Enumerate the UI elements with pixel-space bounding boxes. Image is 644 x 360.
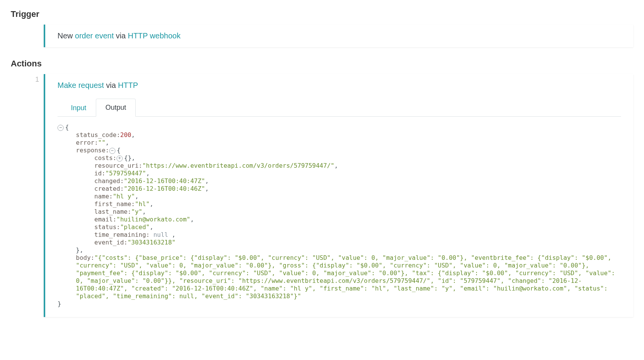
k-costs: costs: xyxy=(94,154,117,162)
trigger-prefix: New xyxy=(58,31,75,40)
output-json-block: −{ status_code:200,error:"",response:−{c… xyxy=(58,124,621,308)
section-title-trigger: Trigger xyxy=(11,9,633,19)
v-last-name: "y" xyxy=(131,208,142,215)
k-status: status: xyxy=(94,223,120,231)
v-body: "{"costs": {"base_price": {"display": "$… xyxy=(76,254,619,300)
k-error: error: xyxy=(76,139,98,146)
v-status: "placed" xyxy=(120,223,150,231)
v-resource-uri: "https://www.eventbriteapi.com/v3/orders… xyxy=(142,162,334,169)
k-id: id: xyxy=(94,170,105,177)
k-body: body: xyxy=(76,254,94,261)
action-link-make-request[interactable]: Make request xyxy=(58,81,104,89)
action-headline: Make request via HTTP xyxy=(54,81,625,90)
k-response: response: xyxy=(76,147,109,154)
action-body: Input Output −{ status_code:200,error:""… xyxy=(54,98,625,308)
k-first-name: first_name: xyxy=(94,200,135,208)
v-changed: "2016-12-16T00:40:47Z" xyxy=(124,177,205,185)
action-card: Make request via HTTP Input Output −{ st… xyxy=(44,74,633,317)
v-created: "2016-12-16T00:40:46Z" xyxy=(124,185,205,192)
k-created: created: xyxy=(94,185,124,192)
trigger-mid: via xyxy=(114,31,128,40)
k-email: email: xyxy=(94,216,117,223)
section-title-actions: Actions xyxy=(11,59,633,69)
v-status-code: 200 xyxy=(120,131,131,139)
trigger-card[interactable]: New order event via HTTP webhook xyxy=(44,25,633,47)
trigger-link-order-event[interactable]: order event xyxy=(75,31,114,40)
tab-output[interactable]: Output xyxy=(96,99,136,117)
brace-open: { xyxy=(65,124,69,131)
tab-input[interactable]: Input xyxy=(61,99,96,117)
action-step-row: 1 Make request via HTTP Input Output −{ … xyxy=(28,74,633,317)
k-status-code: status_code: xyxy=(76,131,120,139)
collapse-icon[interactable]: − xyxy=(109,148,115,154)
k-time-remaining: time_remaining: xyxy=(94,231,150,238)
action-step-number: 1 xyxy=(28,74,44,84)
action-link-http[interactable]: HTTP xyxy=(118,81,138,89)
page-root: Trigger New order event via HTTP webhook… xyxy=(0,0,644,344)
tabs: Input Output xyxy=(58,98,621,117)
v-id: "579759447" xyxy=(105,170,146,177)
collapse-icon[interactable]: − xyxy=(58,125,64,131)
k-changed: changed: xyxy=(94,177,124,185)
v-email: "huilin@workato.com" xyxy=(117,216,191,223)
v-name: "hl y" xyxy=(113,193,135,200)
trigger-headline: New order event via HTTP webhook xyxy=(54,31,625,40)
trigger-link-http-webhook[interactable]: HTTP webhook xyxy=(128,31,180,40)
v-error: "" xyxy=(98,139,105,146)
k-resource-uri: resource_uri: xyxy=(94,162,142,169)
v-time-remaining: null xyxy=(150,231,172,238)
brace-close: } xyxy=(58,300,61,307)
action-mid: via xyxy=(104,81,118,89)
trigger-step-number xyxy=(28,25,44,26)
k-last-name: last_name: xyxy=(94,208,131,215)
v-event-id: "30343163218" xyxy=(128,239,176,246)
k-event-id: event_id: xyxy=(94,239,128,246)
expand-icon[interactable]: + xyxy=(117,155,123,162)
k-name: name: xyxy=(94,193,113,200)
trigger-step-row: New order event via HTTP webhook xyxy=(28,25,633,47)
v-first-name: "hl" xyxy=(135,200,150,208)
